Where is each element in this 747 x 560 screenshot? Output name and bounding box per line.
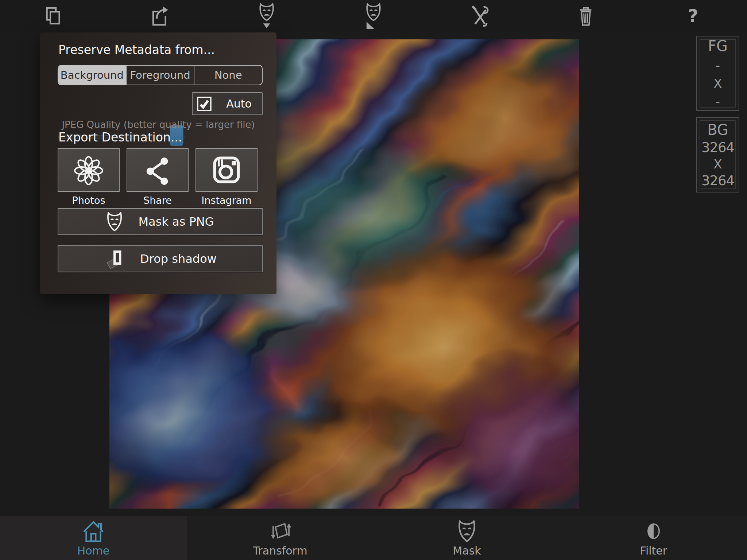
mask-save-icon[interactable] <box>253 1 280 31</box>
share-nodes-icon <box>142 154 174 186</box>
copy-icon[interactable] <box>40 1 66 31</box>
trash-icon[interactable] <box>573 1 599 31</box>
bg-label: BG <box>707 121 728 138</box>
drop-shadow-icon <box>104 249 125 269</box>
background-layer-info[interactable]: BG 3264 X 3264 <box>696 117 739 192</box>
photos-destination-button[interactable] <box>58 148 120 192</box>
transform-icon <box>268 520 292 543</box>
checkbox-checked-icon <box>196 96 212 112</box>
mask-as-png-button[interactable]: Mask as PNG <box>58 208 263 235</box>
mask-as-png-label: Mask as PNG <box>138 215 214 229</box>
segment-foreground[interactable]: Foreground <box>126 66 194 85</box>
home-icon <box>81 520 106 543</box>
help-icon[interactable]: ? <box>680 1 706 31</box>
fg-height: - <box>716 94 720 109</box>
drop-shadow-button[interactable]: Drop shadow <box>58 245 263 272</box>
auto-label: Auto <box>222 97 256 110</box>
tab-transform[interactable]: Transform <box>187 516 374 560</box>
drop-shadow-label: Drop shadow <box>140 252 217 266</box>
tab-transform-label: Transform <box>253 544 307 557</box>
auto-quality-button[interactable]: Auto <box>192 92 263 115</box>
preserve-metadata-title: Preserve Metadata from... <box>58 43 215 57</box>
segment-background[interactable]: Background <box>58 66 126 85</box>
photos-flower-icon <box>71 152 106 187</box>
tools-icon[interactable] <box>467 1 493 31</box>
mask-load-icon[interactable] <box>360 1 387 31</box>
bottom-tab-bar: Home Transform Mask <box>0 516 747 560</box>
share-destination-button[interactable] <box>127 148 189 192</box>
foreground-layer-info[interactable]: FG - X - <box>696 36 739 111</box>
destination-labels: Photos Share Instagram <box>58 195 258 206</box>
filter-icon <box>643 520 664 543</box>
instagram-label: Instagram <box>196 195 258 206</box>
superimpose-app: ? <box>0 0 747 560</box>
segment-none[interactable]: None <box>194 66 262 85</box>
export-popover: Preserve Metadata from... Background For… <box>40 32 276 294</box>
tab-filter-label: Filter <box>640 544 667 557</box>
mask-icon <box>106 211 123 232</box>
tab-mask[interactable]: Mask <box>374 516 560 560</box>
fg-label: FG <box>708 38 728 54</box>
export-destination-title: Export Destination... <box>58 130 182 144</box>
photos-label: Photos <box>58 195 120 206</box>
metadata-segmented-control: Background Foreground None <box>58 65 263 85</box>
instagram-destination-button[interactable] <box>196 148 258 192</box>
destination-buttons <box>58 148 258 192</box>
bg-width: 3264 <box>701 140 734 155</box>
tab-filter[interactable]: Filter <box>560 516 747 560</box>
tab-home-label: Home <box>77 544 110 557</box>
share-label: Share <box>127 195 189 206</box>
bg-height: 3264 <box>701 173 734 188</box>
tab-mask-label: Mask <box>453 544 481 557</box>
top-toolbar: ? <box>0 0 747 32</box>
bg-multiply: X <box>713 157 722 171</box>
mask-icon <box>457 520 476 543</box>
jpeg-quality-caption: JPEG Quality (better quality = larger fi… <box>40 119 276 130</box>
tab-home[interactable]: Home <box>0 516 187 560</box>
fg-width: - <box>716 58 720 73</box>
help-glyph: ? <box>688 7 698 25</box>
export-icon[interactable] <box>147 1 173 31</box>
instagram-camera-icon <box>210 153 243 187</box>
fg-multiply: X <box>713 76 722 91</box>
